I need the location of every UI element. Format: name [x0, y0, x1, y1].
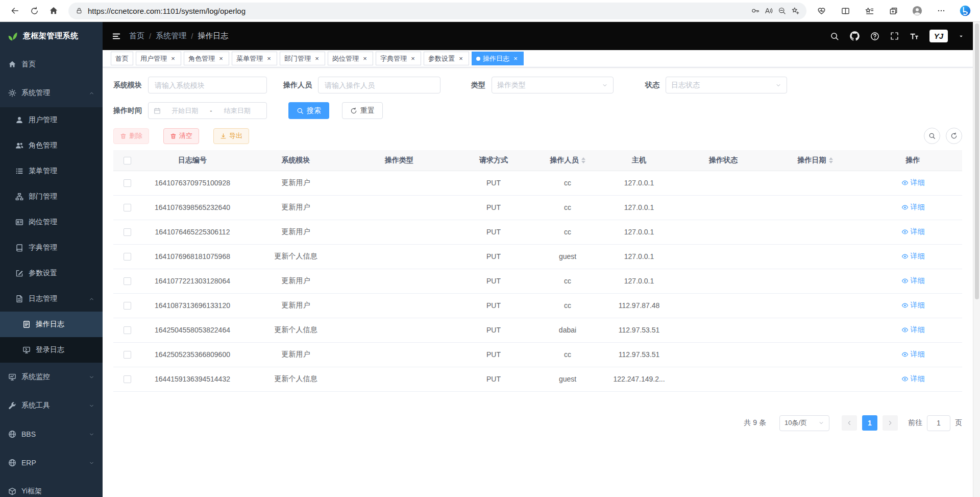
zoom-out-icon[interactable] — [778, 7, 786, 15]
sidebar-item-dict-management[interactable]: 字典管理 — [0, 235, 103, 261]
prev-page-button[interactable] — [842, 415, 857, 431]
github-icon[interactable] — [850, 31, 860, 41]
collections-button[interactable] — [884, 2, 903, 20]
tab-home[interactable]: 首页 — [111, 52, 133, 65]
user-menu-caret-icon[interactable] — [959, 34, 964, 39]
search-button[interactable]: 搜索 — [288, 102, 329, 119]
sidebar-item-yi-framework[interactable]: Yi框架 — [0, 477, 103, 497]
address-bar[interactable]: https://ccnetcore.com:1101/system/log/op… — [68, 3, 806, 19]
sort-carets-icon[interactable] — [581, 157, 585, 163]
detail-link[interactable]: 详细 — [901, 325, 925, 335]
browser-essentials-button[interactable] — [812, 2, 831, 20]
copilot-button[interactable] — [955, 2, 975, 20]
sidebar-item-post-management[interactable]: 岗位管理 — [0, 209, 103, 235]
export-button[interactable]: 导出 — [213, 128, 249, 144]
sidebar-item-dept-management[interactable]: 部门管理 — [0, 184, 103, 209]
sidebar-item-home[interactable]: 首页 — [0, 50, 103, 79]
font-size-icon[interactable] — [910, 32, 919, 41]
add-favorite-icon[interactable] — [791, 7, 799, 15]
sort-desc-icon[interactable] — [829, 161, 833, 163]
profile-button[interactable] — [908, 2, 927, 20]
row-checkbox[interactable] — [124, 253, 131, 261]
goto-page-input[interactable] — [927, 415, 950, 431]
sidebar-item-system-management[interactable]: 系统管理 — [0, 79, 103, 107]
detail-link[interactable]: 详细 — [901, 350, 925, 359]
sidebar-item-user-management[interactable]: 用户管理 — [0, 107, 103, 133]
user-avatar-logo[interactable]: YJ — [929, 30, 948, 42]
detail-link[interactable]: 详细 — [901, 374, 925, 384]
row-checkbox[interactable] — [124, 375, 131, 383]
fullscreen-icon[interactable] — [890, 32, 899, 40]
detail-link[interactable]: 详细 — [901, 301, 925, 310]
row-checkbox[interactable] — [124, 302, 131, 310]
clear-button[interactable]: 清空 — [163, 128, 199, 144]
row-checkbox[interactable] — [124, 228, 131, 236]
date-range-picker[interactable]: 开始日期 - 结束日期 — [148, 102, 267, 119]
sort-asc-icon[interactable] — [829, 157, 833, 160]
breadcrumb-home[interactable]: 首页 — [129, 31, 144, 41]
detail-link[interactable]: 详细 — [901, 276, 925, 286]
type-select[interactable]: 操作类型 — [492, 77, 614, 93]
sidebar-item-operation-log[interactable]: 操作日志 — [0, 312, 103, 337]
tab-dept-management[interactable]: 部门管理× — [280, 52, 325, 65]
column-header[interactable]: 操作人员 — [537, 150, 598, 171]
show-search-button[interactable] — [924, 128, 940, 144]
delete-button[interactable]: 删除 — [113, 128, 149, 144]
browser-refresh-button[interactable] — [24, 2, 44, 20]
tab-close-icon[interactable]: × — [169, 55, 177, 62]
header-search-icon[interactable] — [830, 32, 839, 41]
status-select[interactable]: 日志状态 — [666, 77, 787, 93]
page-number-button[interactable]: 1 — [862, 415, 877, 431]
favorites-button[interactable] — [860, 2, 879, 20]
column-header[interactable]: 操作日期 — [767, 150, 864, 171]
tab-close-icon[interactable]: × — [361, 55, 369, 62]
page-scrollbar[interactable] — [973, 22, 980, 497]
sidebar-item-menu-management[interactable]: 菜单管理 — [0, 158, 103, 184]
browser-back-button[interactable] — [5, 2, 24, 20]
sidebar-item-erp[interactable]: ERP — [0, 448, 103, 477]
sort-desc-icon[interactable] — [581, 161, 585, 163]
row-checkbox[interactable] — [124, 179, 131, 187]
row-checkbox[interactable] — [124, 277, 131, 285]
tab-role-management[interactable]: 角色管理× — [184, 52, 229, 65]
row-checkbox[interactable] — [124, 351, 131, 359]
tab-user-management[interactable]: 用户管理× — [136, 52, 181, 65]
sidebar-item-system-monitor[interactable]: 系统监控 — [0, 363, 103, 391]
operator-input[interactable] — [318, 77, 440, 93]
sidebar-item-system-tools[interactable]: 系统工具 — [0, 391, 103, 420]
detail-link[interactable]: 详细 — [901, 252, 925, 261]
tab-close-icon[interactable]: × — [409, 55, 416, 62]
sort-carets-icon[interactable] — [829, 157, 833, 163]
scrollbar-thumb[interactable] — [975, 23, 979, 299]
next-page-button[interactable] — [883, 415, 898, 431]
detail-link[interactable]: 详细 — [901, 227, 925, 236]
sidebar-item-role-management[interactable]: 角色管理 — [0, 133, 103, 158]
detail-link[interactable]: 详细 — [901, 178, 925, 187]
settings-more-button[interactable] — [932, 2, 951, 20]
tab-close-icon[interactable]: × — [265, 55, 273, 62]
sort-asc-icon[interactable] — [581, 157, 585, 160]
read-aloud-icon[interactable] — [765, 7, 773, 15]
detail-link[interactable]: 详细 — [901, 203, 925, 212]
module-input[interactable] — [148, 77, 267, 93]
sidebar-item-bbs[interactable]: BBS — [0, 420, 103, 448]
browser-home-button[interactable] — [44, 2, 63, 20]
refresh-table-button[interactable] — [946, 128, 962, 144]
tab-close-icon[interactable]: × — [512, 55, 519, 62]
sidebar-toggle-icon[interactable] — [112, 32, 121, 41]
row-checkbox[interactable] — [124, 326, 131, 334]
row-checkbox[interactable] — [124, 204, 131, 211]
tab-close-icon[interactable]: × — [217, 55, 225, 62]
tab-close-icon[interactable]: × — [457, 55, 464, 62]
reset-button[interactable]: 重置 — [342, 102, 383, 119]
tab-menu-management[interactable]: 菜单管理× — [232, 52, 277, 65]
tab-operation-log[interactable]: 操作日志× — [472, 52, 524, 65]
help-icon[interactable] — [870, 32, 879, 41]
sidebar-item-log-management[interactable]: 日志管理 — [0, 286, 103, 312]
sidebar-item-login-log[interactable]: 登录日志 — [0, 337, 103, 363]
tab-close-icon[interactable]: × — [313, 55, 321, 62]
tab-post-management[interactable]: 岗位管理× — [328, 52, 373, 65]
sidebar-item-param-settings[interactable]: 参数设置 — [0, 261, 103, 286]
tab-param-settings[interactable]: 参数设置× — [424, 52, 469, 65]
select-all-checkbox[interactable] — [124, 157, 131, 164]
